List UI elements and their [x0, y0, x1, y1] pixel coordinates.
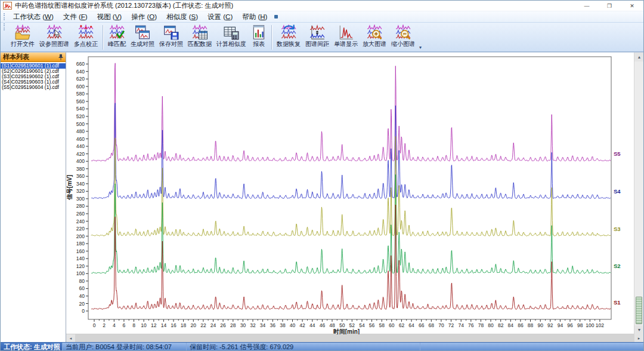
svg-text:80: 80 — [488, 322, 494, 328]
svg-text:520: 520 — [76, 113, 85, 119]
menu-item-f[interactable]: 文件 (F) — [58, 12, 92, 22]
svg-text:660: 660 — [76, 61, 85, 67]
toolbar-button-label: 计算相似度 — [216, 40, 246, 48]
svg-text:240: 240 — [76, 218, 85, 224]
svg-text:4: 4 — [113, 322, 116, 328]
toolbar-button-label: 单谱显示 — [334, 40, 358, 48]
scroll-right-button[interactable]: ▸ — [634, 334, 643, 342]
svg-text:84: 84 — [508, 322, 514, 328]
menu-item-h[interactable]: 帮助 (H) — [237, 12, 272, 22]
svg-text:88: 88 — [528, 322, 534, 328]
series-label-S2: S2 — [614, 263, 621, 269]
svg-text:50: 50 — [339, 322, 345, 328]
menu-item-o[interactable]: 操作 (O) — [126, 12, 162, 22]
chromatogram-chart[interactable]: 0204060801001201401601802002202402602803… — [66, 53, 635, 334]
svg-text:360: 360 — [76, 173, 85, 179]
y-axis-title: 信号[mV] — [66, 175, 73, 201]
horizontal-scroll-track[interactable] — [75, 334, 634, 342]
sample-list-panel: 样本列表 (S1)C0295190601 (1).cdf(S2)C0295190… — [1, 53, 66, 342]
sample-item-5[interactable]: (S5)C0295190604 (1).cdf — [1, 85, 66, 90]
svg-text:600: 600 — [76, 84, 85, 90]
compute-similarity-button[interactable]: 计算相似度 — [214, 23, 249, 51]
zoom-in-icon — [367, 24, 382, 40]
close-button[interactable]: ✕ — [621, 1, 643, 11]
set-reference-button[interactable]: 设参照图谱 — [37, 23, 72, 51]
svg-text:180: 180 — [76, 241, 85, 247]
data-restore-button[interactable]: 数据恢复 — [274, 23, 303, 51]
toolbar-button-label: 放大图谱 — [363, 40, 386, 48]
svg-text:20: 20 — [79, 301, 85, 307]
horizontal-scrollbar[interactable]: ◂ ▸ — [66, 334, 643, 342]
x-axis-ticks: 0246810121416182022242628303234363840424… — [93, 319, 605, 328]
svg-text:6: 6 — [123, 322, 126, 328]
menubar: 工作状态 (W)文件 (F)视图 (V)操作 (O)相似度 (S)设置 (C)帮… — [1, 11, 643, 23]
toolbar: 打开文件设参照图谱多点校正峰匹配生成对照保存对照匹配数据计算相似度报表数据恢复图… — [1, 23, 643, 52]
svg-text:92: 92 — [547, 322, 553, 328]
svg-text:62: 62 — [399, 322, 405, 328]
svg-text:68: 68 — [429, 322, 435, 328]
svg-text:86: 86 — [518, 322, 524, 328]
svg-text:14: 14 — [161, 322, 167, 328]
minimize-button[interactable]: — — [575, 1, 598, 11]
menu-item-w[interactable]: 工作状态 (W) — [8, 12, 58, 22]
svg-text:54: 54 — [359, 322, 365, 328]
svg-text:16: 16 — [171, 322, 177, 328]
scroll-left-button[interactable]: ◂ — [66, 334, 75, 342]
status-signal-info: 保留时间: -5.261 信号强度: 679.029 — [187, 343, 420, 351]
status-filler — [420, 343, 643, 351]
save-reference-icon — [163, 24, 179, 40]
zoom-out-button[interactable]: 缩小图谱 — [389, 23, 417, 51]
menu-item-c[interactable]: 设置 (C) — [203, 12, 237, 22]
vertical-scroll-thumb[interactable] — [636, 297, 642, 324]
series-label-S3: S3 — [614, 226, 621, 232]
svg-text:340: 340 — [76, 181, 85, 187]
pin-icon[interactable] — [58, 54, 64, 61]
multi-point-calibration-button[interactable]: 多点校正 — [72, 23, 100, 51]
svg-text:36: 36 — [270, 322, 276, 328]
svg-text:300: 300 — [76, 196, 85, 202]
maximize-button[interactable]: ❐ — [598, 1, 621, 11]
toolbar-overflow-button[interactable]: ▾ — [417, 45, 423, 51]
zoom-in-button[interactable]: 放大图谱 — [360, 23, 389, 51]
menu-item-s[interactable]: 相似度 (S) — [162, 12, 203, 22]
window-controls: —❐✕ — [575, 1, 643, 11]
toolbar-button-label: 生成对照 — [131, 40, 154, 48]
toolbar-button-label: 报表 — [253, 40, 265, 48]
single-spectrum-button[interactable]: 单谱显示 — [332, 23, 360, 51]
save-reference-button[interactable]: 保存对照 — [157, 23, 185, 51]
svg-text:120: 120 — [76, 263, 85, 269]
svg-text:0: 0 — [93, 322, 96, 328]
menu-item-v[interactable]: 视图 (V) — [92, 12, 127, 22]
svg-text:24: 24 — [210, 322, 216, 328]
toolbar-button-label: 缩小图谱 — [391, 40, 415, 48]
svg-text:140: 140 — [76, 255, 85, 261]
menubar-overflow-grip[interactable] — [274, 15, 278, 19]
spectra-spacing-icon — [309, 24, 325, 40]
svg-text:640: 640 — [76, 69, 85, 75]
svg-text:40: 40 — [79, 293, 85, 299]
toolbar-button-label: 图谱间距 — [305, 40, 329, 48]
svg-text:42: 42 — [299, 322, 305, 328]
svg-text:620: 620 — [76, 76, 85, 82]
toolbar-button-label: 峰匹配 — [108, 40, 126, 48]
spectra-spacing-button[interactable]: 图谱间距 — [303, 23, 332, 51]
scroll-up-button[interactable]: ▲ — [634, 53, 644, 61]
toolbar-grip — [4, 23, 7, 30]
svg-text:44: 44 — [309, 322, 315, 328]
svg-text:2: 2 — [103, 322, 106, 328]
menubar-grip — [4, 13, 7, 20]
svg-text:48: 48 — [329, 322, 335, 328]
compute-similarity-icon — [224, 24, 239, 40]
scroll-down-button[interactable]: ▼ — [634, 325, 644, 334]
generate-reference-button[interactable]: 生成对照 — [128, 23, 157, 51]
open-file-button[interactable]: 打开文件 — [8, 23, 37, 51]
report-button[interactable]: 报表 — [249, 23, 269, 51]
match-data-button[interactable]: 匹配数据 — [185, 23, 214, 51]
svg-text:200: 200 — [76, 233, 85, 239]
svg-text:160: 160 — [76, 248, 85, 254]
app-icon — [3, 2, 12, 10]
vertical-scrollbar[interactable]: ▲ ▼ — [634, 53, 643, 334]
generate-reference-icon — [135, 24, 150, 40]
svg-text:72: 72 — [448, 322, 454, 328]
peak-match-button[interactable]: 峰匹配 — [106, 23, 128, 51]
